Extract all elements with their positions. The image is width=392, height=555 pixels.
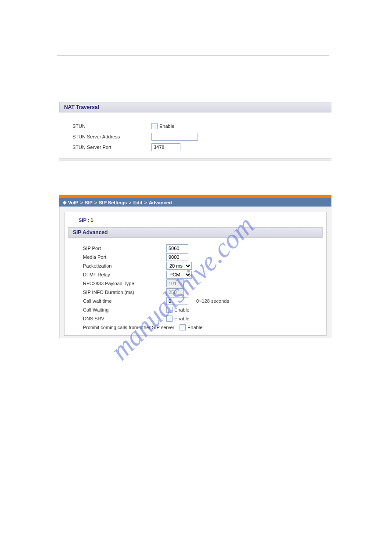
sip-port-label: SIP Port [83,246,166,251]
dtmf-relay-select[interactable]: PCM [166,271,192,279]
sip-advanced-panel: ◆ VoIP > SIP > SIP Settings > Edit > Adv… [59,195,331,338]
call-waiting-label: Call Waiting [83,307,166,312]
row-packetization: Packetization 20 ms [83,261,323,270]
row-stun-address: STUN Server Address [72,132,331,141]
media-port-input[interactable] [166,253,188,261]
row-dtmf-relay: DTMF Relay PCM [83,270,323,279]
dtmf-relay-label: DTMF Relay [83,272,166,277]
breadcrumb-sep: > [129,200,131,205]
breadcrumb-item[interactable]: Edit [133,200,143,205]
stun-label: STUN [72,123,151,129]
row-dns-srv: DNS SRV Enable [83,314,323,323]
row-rfc2833: RFC2833 Payload Type [83,279,323,287]
rfc2833-label: RFC2833 Payload Type [83,281,166,286]
stun-enable-label: Enable [159,123,174,129]
sip-info-duration-label: SIP INFO Duration (ms) [83,290,166,295]
row-prohibit-calls: Prohibit coming calls from other SIP ser… [83,323,323,331]
breadcrumb-sep: > [94,200,97,205]
nat-footer-strip [59,158,331,161]
row-call-waiting: Call Waiting Enable [83,305,323,314]
stun-port-label: STUN Server Port [72,145,151,150]
sip-inner-panel: SIP : 1 SIP Advanced SIP Port Media Port… [64,212,327,336]
row-stun-port: STUN Server Port [72,142,331,152]
packetization-select[interactable]: 20 ms [166,262,192,270]
prohibit-calls-checkbox[interactable] [180,324,186,330]
stun-enable-checkbox[interactable] [151,123,158,129]
dns-srv-label: DNS SRV [83,316,166,321]
row-call-wait-time: Call wait time 0~128 seconds [83,297,323,305]
stun-address-input[interactable] [151,133,198,141]
prohibit-calls-enable-label: Enable [187,325,202,330]
row-stun: STUN Enable [72,121,331,131]
stun-port-input[interactable] [151,143,180,151]
breadcrumb: ◆ VoIP > SIP > SIP Settings > Edit > Adv… [59,198,331,207]
breadcrumb-item[interactable]: SIP [85,200,93,205]
call-wait-time-label: Call wait time [83,298,166,304]
sip-body: SIP : 1 SIP Advanced SIP Port Media Port… [59,207,331,338]
call-waiting-enable-label: Enable [174,307,189,312]
packetization-label: Packetization [83,263,166,268]
stun-address-label: STUN Server Address [72,134,151,139]
row-sip-info-duration: SIP INFO Duration (ms) [83,288,323,296]
page-divider [57,55,329,55]
breadcrumb-bullet-icon: ◆ [63,200,66,205]
orange-header-bar [59,195,331,198]
rfc2833-input [166,279,184,287]
sip-title: SIP : 1 [68,217,323,227]
sip-form: SIP Port Media Port Packetization 20 ms … [68,238,323,334]
media-port-label: Media Port [83,254,166,260]
sip-section-header: SIP Advanced [68,227,323,238]
row-sip-port: SIP Port [83,244,323,252]
nat-section-header: NAT Traversal [59,102,331,112]
prohibit-calls-label: Prohibit coming calls from other SIP ser… [83,325,180,330]
sip-port-input[interactable] [166,244,188,252]
dns-srv-checkbox[interactable] [166,316,173,322]
breadcrumb-item[interactable]: VoIP [68,200,79,205]
row-media-port: Media Port [83,253,323,261]
breadcrumb-sep: > [80,200,83,205]
breadcrumb-item[interactable]: Advanced [149,200,172,205]
dns-srv-enable-label: Enable [174,316,189,321]
breadcrumb-sep: > [144,200,147,205]
nat-form: STUN Enable STUN Server Address STUN Ser… [59,112,331,158]
call-wait-time-input[interactable] [166,297,188,305]
sip-info-duration-input [166,288,184,296]
call-wait-time-hint: 0~128 seconds [196,298,229,304]
call-waiting-checkbox[interactable] [166,307,173,313]
nat-traversal-panel: NAT Traversal STUN Enable STUN Server Ad… [59,102,331,161]
breadcrumb-item[interactable]: SIP Settings [99,200,127,205]
